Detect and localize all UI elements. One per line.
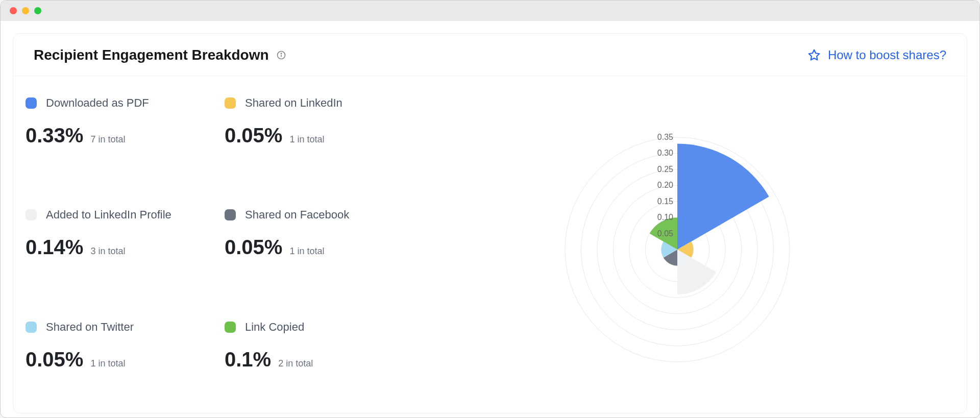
metric-value: 0.1% [225, 348, 271, 371]
swatch-icon [26, 209, 37, 220]
titlebar [1, 1, 979, 21]
metrics-grid: Downloaded as PDF 0.33% 7 in total Share… [26, 96, 408, 403]
close-icon[interactable] [10, 7, 17, 14]
metric-label: Added to LinkedIn Profile [46, 208, 172, 222]
star-icon [807, 48, 821, 62]
help-link[interactable]: How to boost shares? [807, 48, 946, 62]
engagement-card: Recipient Engagement Breakdown How to bo… [13, 33, 967, 413]
metric-shared-linkedin: Shared on LinkedIn 0.05% 1 in total [225, 96, 408, 179]
axis-tick-label: 0.15 [653, 197, 673, 206]
svg-point-2 [281, 53, 281, 54]
axis-tick-label: 0.05 [653, 229, 673, 238]
chart-area: 0.350.300.250.200.150.100.05 [408, 96, 946, 403]
polar-chart-svg [555, 127, 800, 372]
metric-shared-facebook: Shared on Facebook 0.05% 1 in total [225, 208, 408, 290]
swatch-icon [225, 209, 236, 220]
axis-tick-label: 0.10 [653, 213, 673, 222]
metric-label: Downloaded as PDF [46, 96, 149, 110]
axis-tick-label: 0.35 [653, 133, 673, 142]
app-window: Recipient Engagement Breakdown How to bo… [0, 0, 980, 418]
metric-value: 0.14% [26, 236, 83, 259]
axis-tick-label: 0.20 [653, 181, 673, 190]
swatch-icon [26, 322, 37, 333]
metric-value: 0.05% [225, 124, 282, 147]
metric-total: 1 in total [90, 358, 125, 369]
metric-total: 1 in total [289, 134, 324, 145]
metric-value: 0.05% [225, 236, 282, 259]
card-header: Recipient Engagement Breakdown How to bo… [13, 34, 967, 76]
axis-tick-label: 0.25 [653, 165, 673, 174]
metric-label: Shared on LinkedIn [245, 96, 342, 110]
metric-total: 7 in total [90, 134, 125, 145]
metric-label: Link Copied [245, 321, 304, 334]
swatch-icon [26, 97, 37, 109]
polar-chart: 0.350.300.250.200.150.100.05 [555, 127, 800, 372]
title-wrap: Recipient Engagement Breakdown [34, 47, 286, 63]
info-icon[interactable] [276, 50, 286, 60]
metric-total: 3 in total [90, 246, 125, 257]
swatch-icon [225, 322, 236, 333]
minimize-icon[interactable] [22, 7, 29, 14]
metric-shared-twitter: Shared on Twitter 0.05% 1 in total [26, 321, 209, 403]
metric-value: 0.05% [26, 348, 83, 371]
metric-link-copied: Link Copied 0.1% 2 in total [225, 321, 408, 403]
metric-label: Shared on Twitter [46, 321, 134, 334]
maximize-icon[interactable] [34, 7, 41, 14]
metric-total: 1 in total [289, 246, 324, 257]
swatch-icon [225, 97, 236, 109]
card-body: Downloaded as PDF 0.33% 7 in total Share… [13, 76, 967, 413]
metric-label: Shared on Facebook [245, 208, 349, 222]
help-link-text: How to boost shares? [828, 48, 946, 62]
card-title: Recipient Engagement Breakdown [34, 47, 269, 63]
metric-downloaded-pdf: Downloaded as PDF 0.33% 7 in total [26, 96, 209, 179]
metric-value: 0.33% [26, 124, 83, 147]
metric-added-linkedin-profile: Added to LinkedIn Profile 0.14% 3 in tot… [26, 208, 209, 290]
content-wrap: Recipient Engagement Breakdown How to bo… [1, 21, 979, 417]
metric-total: 2 in total [278, 358, 313, 369]
axis-tick-label: 0.30 [653, 149, 673, 158]
